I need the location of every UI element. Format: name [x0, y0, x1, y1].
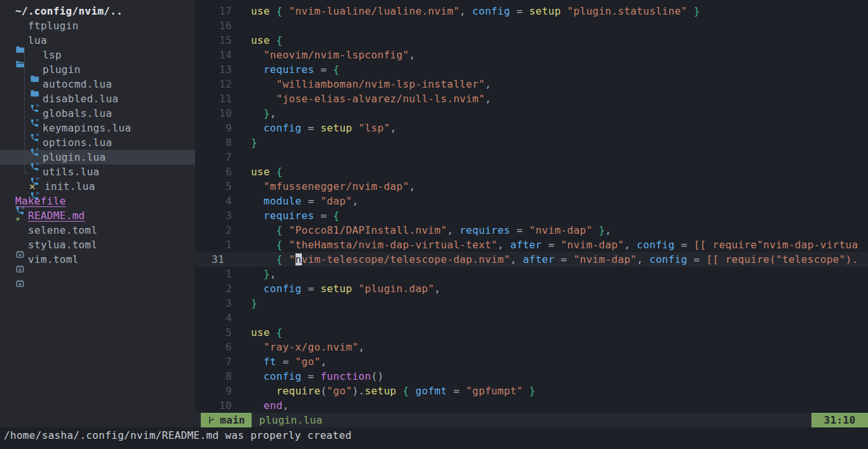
code-line[interactable]: 8 config = function()	[195, 369, 868, 384]
tree-item-label: lua	[28, 34, 47, 46]
code-line[interactable]: 7	[195, 150, 868, 164]
indent-guide	[15, 150, 30, 164]
code-text: config = function()	[232, 369, 384, 384]
line-number: 14	[195, 48, 232, 62]
code-text	[232, 311, 238, 325]
tree-item-lsp[interactable]: lsp	[0, 48, 195, 62]
line-number: 5	[195, 179, 232, 194]
tree-root-path[interactable]: ~/.config/nvim/..	[0, 4, 195, 18]
code-text: requires = {	[232, 208, 339, 223]
code-line-current[interactable]: 31 { "nvim-telescope/telescope-dap.nvim"…	[195, 252, 868, 267]
code-line[interactable]: 13 requires = {	[195, 62, 868, 77]
code-line[interactable]: 17 use { "nvim-lualine/lualine.nvim", co…	[195, 4, 868, 18]
code-text: ft = "go",	[232, 354, 327, 369]
line-number: 5	[195, 325, 232, 340]
code-line[interactable]: 8 }	[195, 135, 868, 150]
tree-item-ftplugin[interactable]: ftplugin	[0, 18, 195, 33]
tree-item-makefile[interactable]: Makefile	[0, 194, 195, 208]
editor-buffer[interactable]: 17 use { "nvim-lualine/lualine.nvim", co…	[195, 0, 868, 413]
line-number: 17	[195, 4, 232, 18]
code-line[interactable]: 5 use {	[195, 325, 868, 340]
neovim-window: ~/.config/nvim/.. ftplugin lua lsp plugi…	[0, 0, 868, 449]
line-number: 1	[195, 238, 232, 252]
tree-item-lua[interactable]: lua	[0, 33, 195, 48]
code-text: "williamboman/nvim-lsp-installer",	[232, 77, 491, 91]
code-text: end,	[232, 398, 289, 413]
tree-item-stylua-toml[interactable]: stylua.toml	[0, 238, 195, 252]
code-line[interactable]: 12 "williamboman/nvim-lsp-installer",	[195, 77, 868, 91]
code-line[interactable]: 1 { "theHamsta/nvim-dap-virtual-text", a…	[195, 238, 868, 252]
tree-item-plugin-lua[interactable]: plugin.lua	[0, 150, 195, 164]
line-number: 7	[195, 150, 232, 164]
code-line[interactable]: 9 config = setup "lsp",	[195, 121, 868, 135]
tree-item-disabled-lua[interactable]: disabled.lua	[0, 91, 195, 106]
line-number: 12	[195, 77, 232, 91]
tree-item-autocmd-lua[interactable]: autocmd.lua	[0, 77, 195, 91]
tree-item-label: selene.toml	[28, 224, 97, 236]
code-line[interactable]: 6 "ray-x/go.nvim",	[195, 340, 868, 354]
lua-file-icon	[30, 94, 39, 104]
code-text: { "nvim-telescope/telescope-dap.nvim", a…	[232, 252, 858, 267]
lua-file-icon	[15, 182, 25, 191]
code-text: "ray-x/go.nvim",	[232, 340, 365, 354]
tree-item-label: vim.toml	[28, 253, 79, 265]
lua-file-icon	[30, 138, 39, 147]
code-line[interactable]: 3 }	[195, 296, 868, 311]
code-text: config = setup "lsp",	[232, 121, 397, 135]
code-text: use {	[232, 164, 283, 179]
code-text: "mfussenegger/nvim-dap",	[232, 179, 416, 194]
code-line[interactable]: 7 ft = "go",	[195, 354, 868, 369]
code-line[interactable]: 5 "mfussenegger/nvim-dap",	[195, 179, 868, 194]
tree-item-label: init.lua	[44, 180, 95, 192]
code-line[interactable]: 3 requires = {	[195, 208, 868, 223]
indent-guide	[15, 77, 30, 91]
code-line[interactable]: 10 end,	[195, 398, 868, 413]
lua-file-icon	[30, 79, 39, 89]
code-line[interactable]: 9 require("go").setup { gofmt = "gpfumpt…	[195, 384, 868, 398]
code-line[interactable]: 11 "jose-elias-alvarez/null-ls.nvim",	[195, 91, 868, 106]
code-line[interactable]: 14 "neovim/nvim-lspconfig",	[195, 48, 868, 62]
code-line[interactable]: 16	[195, 18, 868, 33]
code-line[interactable]: 4	[195, 311, 868, 325]
code-line[interactable]: 6 use {	[195, 164, 868, 179]
line-number: 8	[195, 135, 232, 150]
tree-item-selene-toml[interactable]: selene.toml	[0, 223, 195, 238]
code-text: { "theHamsta/nvim-dap-virtual-text", aft…	[232, 238, 858, 252]
code-line[interactable]: 4 module = "dap",	[195, 194, 868, 208]
code-line[interactable]: 1 },	[195, 267, 868, 281]
lua-file-icon	[30, 167, 39, 177]
tree-item-readme-md[interactable]: ★ README.md	[0, 208, 195, 223]
code-text: "jose-elias-alvarez/null-ls.nvim",	[232, 91, 491, 106]
line-number: 3	[195, 296, 232, 311]
code-text	[232, 18, 238, 33]
line-number: 2	[195, 281, 232, 296]
tree-item-globals-lua[interactable]: globals.lua	[0, 106, 195, 121]
tree-item-init-lua[interactable]: ×init.lua	[0, 179, 195, 194]
line-number: 13	[195, 62, 232, 77]
folder-icon	[30, 50, 39, 60]
code-line[interactable]: 2 config = setup "plugin.dap",	[195, 281, 868, 296]
line-number: 31	[195, 252, 232, 267]
tree-item-utils-lua[interactable]: utils.lua	[0, 164, 195, 179]
indent-guide	[15, 106, 30, 121]
file-tree: ~/.config/nvim/.. ftplugin lua lsp plugi…	[0, 0, 195, 427]
tree-item-label: options.lua	[43, 137, 112, 149]
lua-file-icon	[30, 109, 39, 118]
tree-item-options-lua[interactable]: options.lua	[0, 135, 195, 150]
line-number: 3	[195, 208, 232, 223]
line-number: 7	[195, 354, 232, 369]
folder-icon	[15, 21, 25, 30]
line-number: 10	[195, 106, 232, 121]
line-number: 4	[195, 194, 232, 208]
line-number: 4	[195, 311, 232, 325]
code-line[interactable]: 10 },	[195, 106, 868, 121]
tree-item-label: ftplugin	[28, 20, 79, 32]
tree-item-plugin[interactable]: plugin	[0, 62, 195, 77]
line-number: 8	[195, 369, 232, 384]
tree-item-keymapings-lua[interactable]: keymapings.lua	[0, 121, 195, 135]
code-line[interactable]: 2 { "Pocco81/DAPInstall.nvim", requires …	[195, 223, 868, 238]
tree-item-label: globals.lua	[43, 107, 112, 119]
line-number: 9	[195, 384, 232, 398]
tree-item-vim-toml[interactable]: vim.toml	[0, 252, 195, 267]
code-line[interactable]: 15 use {	[195, 33, 868, 48]
